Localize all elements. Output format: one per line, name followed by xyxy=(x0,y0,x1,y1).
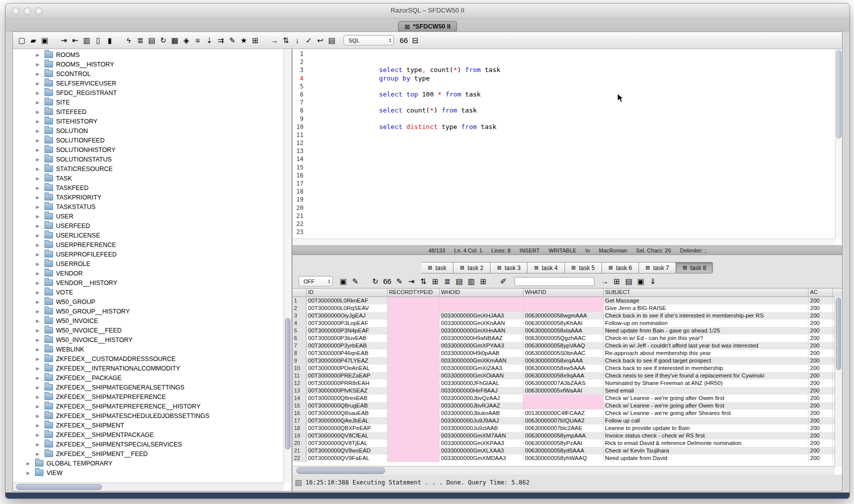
tree-item[interactable]: ▶ ZKFEDEX__SHIPMATEPREFERENCE xyxy=(13,392,292,402)
table-row[interactable]: 10 00T3000000POeAnEAL 0033000000GmXIZAA3… xyxy=(292,364,842,372)
disclosure-triangle-icon[interactable]: ▶ xyxy=(36,119,44,124)
table-row[interactable]: 8 00T3000000P46qnEAB 0033000000H9i0pAAB … xyxy=(292,350,842,357)
tree-item[interactable]: ▶ VOTE xyxy=(13,288,292,297)
disclosure-triangle-icon[interactable]: ▶ xyxy=(36,376,44,380)
disclosure-triangle-icon[interactable]: ▶ xyxy=(26,461,34,466)
copy-table-icon[interactable]: ▥ xyxy=(82,36,92,45)
table-row[interactable]: 13 00T3000000PfvKSEAZ 0033000000HirF8AAJ… xyxy=(292,387,842,394)
tree-item[interactable]: ▶ SELFSERVICEUSER xyxy=(13,78,292,88)
limit-select[interactable]: OFF ▲▼ xyxy=(298,276,333,286)
table-row[interactable]: 18 00T3000000QBXPeEAP 0033000000Ju9zlAAB… xyxy=(292,424,842,432)
editor-line[interactable]: 19 xyxy=(292,196,842,204)
open-file-icon[interactable]: ▰ xyxy=(28,36,38,45)
disclosure-triangle-icon[interactable]: ▶ xyxy=(36,309,44,314)
tree-item[interactable]: ▶ USERFEED xyxy=(13,221,292,230)
tree-item[interactable]: ▶ USERPREFERENCE xyxy=(13,240,292,250)
disclosure-triangle-icon[interactable]: ▶ xyxy=(36,366,44,371)
disclosure-triangle-icon[interactable]: ▶ xyxy=(26,470,34,476)
close-result-tab-icon[interactable]: ⊠ xyxy=(646,264,650,271)
disclosure-triangle-icon[interactable]: ▶ xyxy=(36,414,44,418)
favorites-star-icon[interactable]: ★ xyxy=(239,36,248,45)
disclosure-triangle-icon[interactable]: ▶ xyxy=(36,204,44,210)
editor-line[interactable]: 2 group by type xyxy=(292,58,842,66)
editor-line[interactable]: 11 xyxy=(292,131,842,139)
grid-column-header[interactable]: SUBJECT xyxy=(604,288,808,296)
tree-item[interactable]: ▶ USER xyxy=(13,212,292,221)
tree-item[interactable]: ▶ SITEFEED xyxy=(13,107,292,116)
table-row[interactable]: 9 00T3000000P47LYEAZ 0033000000GmXKmAAN … xyxy=(292,357,842,364)
export-table-icon[interactable]: ⊞ xyxy=(250,36,260,45)
tree-item[interactable]: ▶ ROOMS xyxy=(13,50,292,60)
database-icon[interactable]: ▮ xyxy=(105,36,114,45)
disclosure-triangle-icon[interactable]: ▶ xyxy=(36,328,44,333)
connect-icon[interactable]: ⇥ xyxy=(59,36,68,45)
close-result-tab-icon[interactable]: ⊠ xyxy=(682,264,687,271)
page-edit-icon[interactable]: ▤ xyxy=(624,276,634,286)
disclosure-triangle-icon[interactable]: ▶ xyxy=(36,52,44,58)
grid-column-header[interactable]: RECORDTYPEID xyxy=(388,288,440,296)
editor-line[interactable]: 10 xyxy=(292,123,842,131)
result-tab[interactable]: ⊠ task 7 xyxy=(639,262,676,274)
editor-line[interactable]: 12 xyxy=(292,139,842,147)
save-icon[interactable]: ▣ xyxy=(40,36,50,45)
sidebar-horizontal-scrollbar[interactable] xyxy=(13,482,284,491)
editor-line[interactable]: 17 xyxy=(292,180,842,188)
tree-item[interactable]: ▶ VENDOR xyxy=(13,268,292,278)
editor-line[interactable]: 15 xyxy=(292,164,842,172)
result-tab[interactable]: ⊠ task xyxy=(422,262,454,274)
table-row[interactable]: 2 00T3000000L0RqSEAV Give Jenn a BIG RAI… xyxy=(292,304,842,312)
run-icon[interactable]: → xyxy=(270,36,279,45)
table-row[interactable]: 22 00T3000000QV9FaEAL 0033000000GmXMDAA3… xyxy=(292,454,842,462)
tree-item[interactable]: ▶ TASKSTATUS xyxy=(13,202,292,212)
close-result-tab-icon[interactable]: ⊠ xyxy=(497,264,502,271)
table-row[interactable]: 19 00T3000000QV8CfEAL 0033000000GmXM7AAN… xyxy=(292,432,842,440)
close-result-tab-icon[interactable]: ⊠ xyxy=(460,264,464,271)
editor-line[interactable]: 3 xyxy=(292,66,842,74)
statement-type-select[interactable]: SQL ▲▼ xyxy=(344,35,394,46)
editor-line[interactable]: 20 xyxy=(292,204,842,212)
disclosure-triangle-icon[interactable]: ▶ xyxy=(36,252,44,257)
close-tab-icon[interactable]: ⊠ xyxy=(404,23,410,30)
disclosure-triangle-icon[interactable]: ▶ xyxy=(36,62,44,67)
tree-item[interactable]: ▶ ZKFEDEX__SHIPMATEGENERALSETTINGS xyxy=(13,382,292,392)
result-tab[interactable]: ⊠ task 8 xyxy=(676,262,713,274)
grid-column-header[interactable]: AC xyxy=(808,288,833,296)
editor-line[interactable]: 23 xyxy=(292,228,842,236)
tree-item[interactable]: ▶ STATICRESOURCE xyxy=(13,164,292,174)
execute-sql-icon[interactable]: ϟ xyxy=(124,36,134,45)
editor-line[interactable]: 9 xyxy=(292,115,842,123)
sidebar-vertical-scrollbar[interactable] xyxy=(284,49,292,483)
disclosure-triangle-icon[interactable]: ▶ xyxy=(36,394,44,400)
table-info-icon[interactable]: ⊟ xyxy=(410,36,420,45)
edit-cell-icon[interactable]: ✎ xyxy=(394,276,404,286)
checklist-icon[interactable]: ≣ xyxy=(136,36,145,45)
refresh-results-icon[interactable]: ↻ xyxy=(370,276,380,286)
table-row[interactable]: 11 00T3000000PREZaEAP 0033000000GmXOiAAN… xyxy=(292,372,842,380)
grid-column-header[interactable] xyxy=(292,288,306,296)
tree-item[interactable]: ▶ ZKFEDEX__SHIPMENTPACKAGE xyxy=(13,430,292,440)
tree-item[interactable]: ▶ TASKPRIORITY xyxy=(13,192,292,202)
tree-item[interactable]: ▶ ZKFEDEX__SHIPMATEPREFERENCE__HISTORY xyxy=(13,402,292,411)
tree-item[interactable]: ▶ VENDOR__HISTORY xyxy=(13,278,292,288)
save-results-icon[interactable]: ▣ xyxy=(338,276,348,286)
editor-line[interactable]: 16 xyxy=(292,172,842,180)
close-result-tab-icon[interactable]: ⊠ xyxy=(572,264,576,271)
table-row[interactable]: 20 00T3000000QV8TjEAL 0033000000GmXKPAA3… xyxy=(292,440,842,447)
disclosure-triangle-icon[interactable]: ▶ xyxy=(36,452,44,456)
table-row[interactable]: 17 00T3000000QAeJbEAL 0033000000Ju9J9AAJ… xyxy=(292,417,842,424)
align-list-icon[interactable]: ⇉ xyxy=(216,36,226,45)
editor-line[interactable]: 1 select type, count(*) from task xyxy=(292,50,842,58)
disclosure-triangle-icon[interactable]: ▶ xyxy=(36,224,44,228)
table-row[interactable]: 15 00T3000000Q8rugEAB 0033000000JbvRJAAZ… xyxy=(292,402,842,410)
scrollbar-thumb[interactable] xyxy=(296,468,385,474)
tree-item[interactable]: ▶ SFDC_REGISTRANT xyxy=(13,88,292,98)
tree-item[interactable]: ▶ ZKFEDEX__PACKAGE xyxy=(13,373,292,382)
editor-line[interactable]: 7 xyxy=(292,98,842,106)
rollback-undo-icon[interactable]: ↩ xyxy=(316,36,325,45)
highlighter-icon[interactable]: ✐ xyxy=(498,276,508,286)
disclosure-triangle-icon[interactable]: ▶ xyxy=(36,81,44,86)
tree-item[interactable]: ▶ ZKFEDEX__INTERNATIONALCOMMODITY xyxy=(13,364,292,373)
disclosure-triangle-icon[interactable]: ▶ xyxy=(36,128,44,134)
sort-list-icon[interactable]: ⇣ xyxy=(204,36,214,45)
disclosure-triangle-icon[interactable]: ▶ xyxy=(36,176,44,181)
